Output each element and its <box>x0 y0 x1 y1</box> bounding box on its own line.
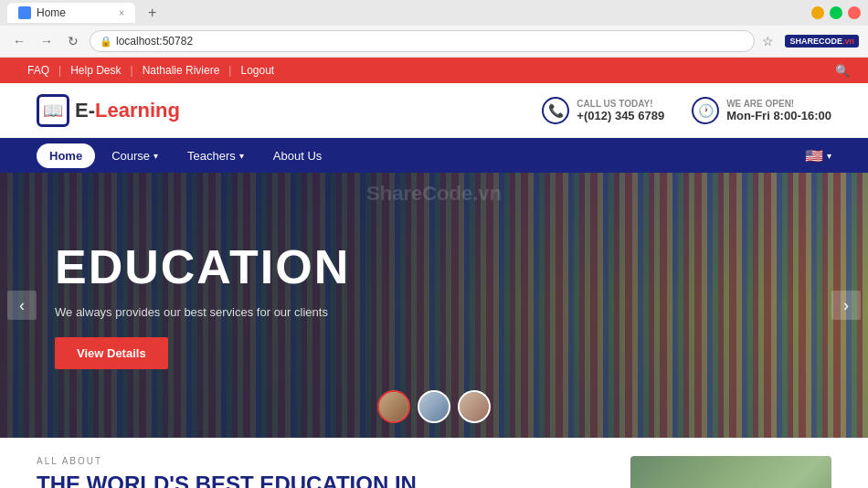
carousel-avatars <box>377 390 491 423</box>
new-tab-button[interactable]: + <box>143 3 162 23</box>
top-bar: FAQ | Help Desk | Nathalie Riviere | Log… <box>0 58 868 83</box>
teachers-chevron: ▾ <box>239 151 244 161</box>
browser-titlebar: Home × + <box>0 0 868 26</box>
window-controls <box>811 6 861 19</box>
clock-icon: 🕐 <box>692 97 719 124</box>
tab-title: Home <box>37 6 66 19</box>
view-details-button[interactable]: View Details <box>55 337 168 369</box>
logo-icon: 📖 <box>37 94 69 127</box>
all-about-label: ALL ABOUT <box>37 456 612 466</box>
language-selector[interactable]: 🇺🇸 ▾ <box>805 147 831 164</box>
book-icon: 📖 <box>43 101 63 121</box>
logo-text: E-Learning <box>75 99 180 122</box>
nav-teachers[interactable]: Teachers ▾ <box>175 143 257 168</box>
hero-subtitle: We always provides our best services for… <box>55 305 350 319</box>
site-nav: Home Course ▾ Teachers ▾ About Us 🇺🇸 ▾ <box>0 138 868 173</box>
hero-content: EDUCATION We always provides our best se… <box>0 241 405 368</box>
logo-dash: - <box>89 99 95 122</box>
browser-chrome: Home × + ← → ↻ 🔒 localhost:50782 ☆ SHARE… <box>0 0 868 58</box>
logo-area: 📖 E-Learning <box>37 94 542 127</box>
address-text: localhost:50782 <box>116 35 193 48</box>
top-bar-right: 🔍 <box>835 62 850 79</box>
avatar-image-2 <box>419 392 449 421</box>
bottom-section: ALL ABOUT THE WORLD'S BEST EDUCATION IN <box>37 456 831 488</box>
hero-watermark: ShareCode.vn <box>366 182 502 206</box>
carousel-next-button[interactable]: › <box>831 291 861 320</box>
lang-chevron: ▾ <box>827 151 831 161</box>
phone-icon: 📞 <box>542 97 569 124</box>
bookmark-button[interactable]: ☆ <box>762 34 774 48</box>
reload-button[interactable]: ↻ <box>64 32 82 50</box>
flag-icon: 🇺🇸 <box>805 147 823 164</box>
back-button[interactable]: ← <box>9 32 29 50</box>
hours-value: Mon-Fri 8:00-16:00 <box>726 109 831 122</box>
browser-addressbar: ← → ↻ 🔒 localhost:50782 ☆ SHARECODE.vn <box>0 26 868 57</box>
carousel-avatar-3[interactable] <box>458 390 491 423</box>
tab-close-btn[interactable]: × <box>119 8 124 18</box>
hours-label: WE ARE OPEN! <box>726 99 831 109</box>
avatar-image-3 <box>460 392 489 421</box>
call-number: +(012) 345 6789 <box>577 109 664 122</box>
hours-info: WE ARE OPEN! Mon-Fri 8:00-16:00 <box>726 99 831 122</box>
help-desk-link[interactable]: Help Desk <box>61 64 130 77</box>
hero-section: ShareCode.vn EDUCATION We always provide… <box>0 173 868 438</box>
logo-learning: Learning <box>95 99 180 122</box>
nav-about[interactable]: About Us <box>260 143 334 168</box>
bottom-image-content <box>630 456 831 488</box>
user-name-link[interactable]: Nathalie Riviere <box>133 64 229 77</box>
hero-title: EDUCATION <box>55 241 350 293</box>
site-header: 📖 E-Learning 📞 CALL US TODAY! +(012) 345… <box>0 83 868 138</box>
nav-home[interactable]: Home <box>37 143 95 168</box>
faq-link[interactable]: FAQ <box>18 64 58 77</box>
lock-icon: 🔒 <box>100 36 112 48</box>
sharecode-logo-box: SHARECODE.vn <box>785 35 859 48</box>
maximize-button[interactable] <box>830 6 842 19</box>
bottom-text: ALL ABOUT THE WORLD'S BEST EDUCATION IN <box>37 456 612 488</box>
carousel-prev-button[interactable]: ‹ <box>7 291 37 320</box>
phone-contact: 📞 CALL US TODAY! +(012) 345 6789 <box>542 97 664 124</box>
world-best-heading: THE WORLD'S BEST EDUCATION IN <box>37 472 612 488</box>
header-contact: 📞 CALL US TODAY! +(012) 345 6789 🕐 WE AR… <box>542 97 831 124</box>
carousel-avatar-1[interactable] <box>377 390 410 423</box>
browser-tab[interactable]: Home × <box>7 3 135 23</box>
logo-e: E <box>75 99 89 122</box>
tab-favicon <box>18 6 31 19</box>
below-hero: ALL ABOUT THE WORLD'S BEST EDUCATION IN <box>0 438 868 488</box>
address-bar[interactable]: 🔒 localhost:50782 <box>90 30 755 52</box>
sharecode-logo: SHARECODE.vn <box>785 35 859 48</box>
top-bar-links: FAQ | Help Desk | Nathalie Riviere | Log… <box>18 64 283 77</box>
course-chevron: ▾ <box>153 151 158 161</box>
nav-course[interactable]: Course ▾ <box>99 143 171 168</box>
forward-button[interactable]: → <box>37 32 57 50</box>
minimize-button[interactable] <box>811 6 824 19</box>
bottom-image <box>630 456 831 488</box>
carousel-avatar-2[interactable] <box>418 390 450 423</box>
call-label: CALL US TODAY! <box>577 99 664 109</box>
logout-link[interactable]: Logout <box>231 64 283 77</box>
avatar-image-1 <box>379 392 408 421</box>
search-icon[interactable]: 🔍 <box>835 64 850 78</box>
close-button[interactable] <box>848 6 861 19</box>
hours-contact: 🕐 WE ARE OPEN! Mon-Fri 8:00-16:00 <box>692 97 831 124</box>
phone-info: CALL US TODAY! +(012) 345 6789 <box>577 99 664 122</box>
